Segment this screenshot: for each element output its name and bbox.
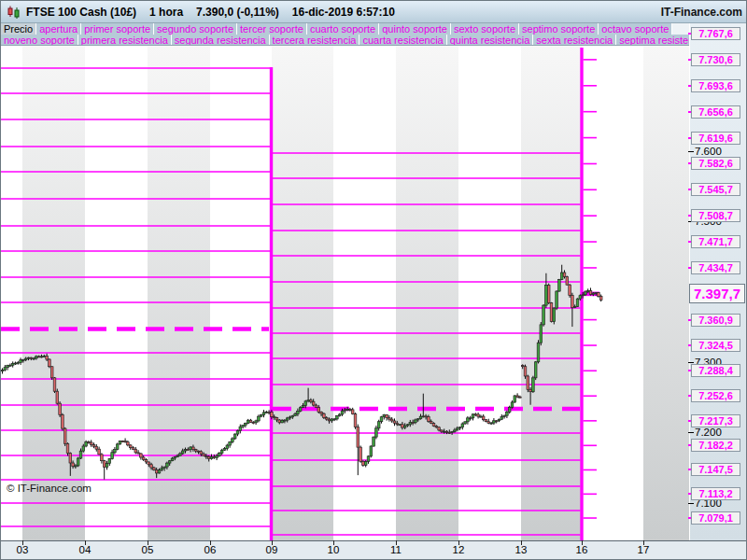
tab-septimo-soporte[interactable]: septimo soporte: [519, 23, 599, 35]
time-axis-label: 05: [142, 544, 154, 555]
pivot-level-label: 7.582,6: [691, 157, 740, 170]
time-axis-label: 17: [638, 544, 650, 555]
time-axis-label: 09: [266, 544, 278, 555]
time-axis-label: 13: [515, 544, 528, 555]
pivot-level-label: 7.693,6: [691, 79, 740, 92]
chart-window: FTSE 100 Cash (10£) 1 hora 7.390,0 (-0,1…: [0, 0, 747, 560]
quote-change: 7.390,0 (-0,11%): [196, 6, 279, 19]
pivot-level-label: 7.767,6: [691, 27, 740, 40]
pivot-level-label: 7.619,6: [691, 132, 740, 145]
pivot-level-label: 7.252,6: [691, 389, 740, 402]
pivot-level-label: 7.656,6: [691, 105, 740, 119]
tab-tercera-resistencia[interactable]: tercera resistencia: [270, 35, 360, 46]
title-bar: FTSE 100 Cash (10£) 1 hora 7.390,0 (-0,1…: [1, 1, 747, 23]
pivot-level-label: 7.079,1: [691, 511, 740, 525]
time-axis-tick: [22, 540, 23, 545]
tab-tercer-soporte[interactable]: tercer soporte: [237, 23, 307, 35]
time-axis-tick: [272, 540, 273, 545]
pivot-level-label: 7.113,2: [691, 487, 740, 500]
tab-row-filler: [672, 23, 689, 35]
pivot-level-label: 7.471,7: [691, 235, 740, 248]
candlestick-icon: [7, 5, 21, 20]
time-axis-label: 12: [453, 544, 465, 555]
time-axis-label: 06: [204, 544, 217, 555]
tab-apertura[interactable]: apertura: [36, 23, 81, 35]
tab-cuarta-resistencia[interactable]: cuarta resistencia: [359, 35, 446, 46]
chart-canvas[interactable]: [1, 46, 689, 540]
pivot-level-label: 7.288,4: [691, 364, 740, 377]
tab-cuarto-soporte[interactable]: cuarto soporte: [307, 23, 379, 35]
time-axis-tick: [85, 540, 86, 545]
tab-octavo-soporte[interactable]: octavo soporte: [599, 23, 672, 35]
time-axis-tick: [643, 540, 644, 545]
tab-sexto-soporte[interactable]: sexto soporte: [451, 23, 519, 35]
price-gridline-label: 7.600: [695, 146, 722, 157]
price-gridline-tick: [688, 362, 694, 363]
time-axis-label: 03: [17, 544, 29, 555]
pivot-level-label: 7.217,3: [691, 414, 740, 427]
pivot-level-label: 7.545,7: [691, 183, 740, 196]
timeframe-label: 1 hora: [149, 6, 183, 19]
time-axis-tick: [396, 540, 397, 545]
pivot-level-label: 7.182,2: [691, 439, 740, 452]
time-axis-label: 11: [390, 544, 402, 555]
time-axis-label: 10: [328, 544, 340, 555]
time-axis-tick: [148, 540, 148, 545]
pivot-level-label: 7.360,9: [691, 314, 740, 327]
pivot-level-label: 7.434,7: [691, 261, 740, 274]
datetime-label: 16-dic-2019 6:57:10: [292, 6, 395, 19]
tab-primera-resistencia[interactable]: primera resistencia: [78, 35, 172, 46]
tab-septima-resistencia[interactable]: septima resistencia: [616, 35, 689, 46]
level-tabs-row1: Precioaperturaprimer soportesegundo sopo…: [1, 23, 689, 35]
time-axis-tick: [458, 540, 459, 545]
level-tabs: Precioaperturaprimer soportesegundo sopo…: [1, 23, 689, 46]
candlestick-chart[interactable]: [1, 46, 689, 540]
brand-logo-text: IT-Finance.com: [661, 6, 742, 19]
pivot-level-label: 7.147,5: [691, 463, 740, 476]
watermark: © IT-Finance.com: [7, 483, 92, 494]
time-axis-tick: [582, 540, 583, 545]
tab-segundo-soporte[interactable]: segundo soporte: [154, 23, 237, 35]
price-gridline-tick: [688, 432, 694, 433]
price-gridline-tick: [688, 151, 694, 152]
time-axis-label: 16: [576, 544, 588, 555]
time-axis-tick: [521, 540, 522, 545]
tab-sexta-resistencia[interactable]: sexta resistencia: [533, 35, 616, 46]
instrument-title: FTSE 100 Cash (10£): [26, 6, 136, 19]
tab-noveno-soporte[interactable]: noveno soporte: [1, 35, 78, 46]
pivot-level-label: 7.508,7: [691, 209, 740, 222]
time-axis-tick: [210, 540, 211, 545]
tab-quinto-soporte[interactable]: quinto soporte: [379, 23, 451, 35]
tab-primer-soporte[interactable]: primer soporte: [81, 23, 154, 35]
pivot-level-label: 7.730,6: [691, 53, 740, 66]
time-axis-tick: [333, 540, 334, 545]
price-gridline-label: 7.200: [695, 427, 722, 438]
price-gridline-tick: [688, 503, 694, 504]
last-price-label: 7.397,7: [689, 284, 745, 303]
time-axis-label: 04: [79, 544, 92, 555]
tab-precio[interactable]: Precio: [1, 23, 36, 35]
level-tabs-row2: noveno soporteprimera resistenciasegunda…: [1, 35, 689, 46]
tab-quinta-resistencia[interactable]: quinta resistencia: [447, 35, 534, 46]
pivot-level-label: 7.324,5: [691, 339, 740, 352]
tab-segunda-resistencia[interactable]: segunda resistencia: [172, 35, 270, 46]
time-axis[interactable]: [1, 540, 747, 560]
